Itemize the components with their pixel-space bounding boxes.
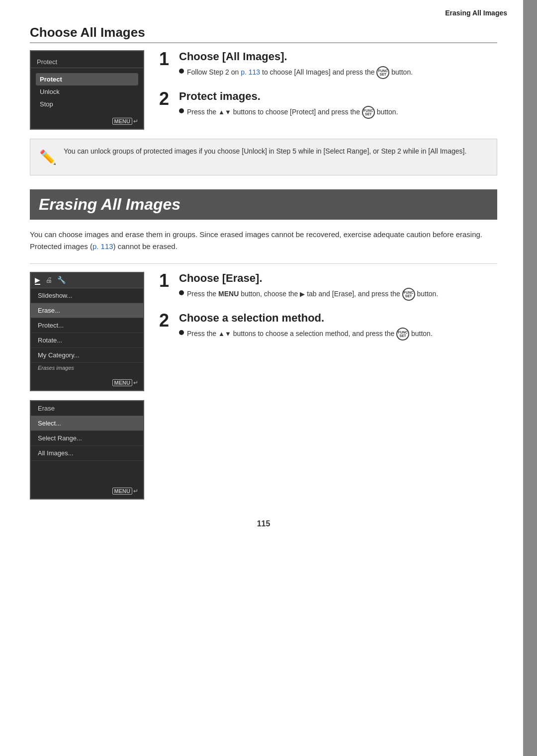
erase-step-2-heading: Choose a selection method. xyxy=(179,312,433,325)
menu-item-protect[interactable]: Protect... xyxy=(31,318,143,333)
step-1-text: Follow Step 2 on p. 113 to choose [All I… xyxy=(187,66,413,79)
erase-step-2-text: Press the ▲▼ buttons to choose a selecti… xyxy=(187,328,433,340)
page-header: Erasing All Images xyxy=(0,0,537,20)
note-box: ✏️ You can unlock groups of protected im… xyxy=(30,139,497,175)
right-accent xyxy=(523,0,537,756)
protect-screen-footer: MENU ↵ xyxy=(112,118,138,125)
erase-step-1: 1 Choose [Erase]. Press the MENU button,… xyxy=(159,272,497,301)
erasing-all-images-title: Erasing All Images xyxy=(39,195,488,214)
func-set-button-3: FUNCSET xyxy=(402,288,415,301)
step-2-text: Press the ▲▼ buttons to choose [Protect]… xyxy=(187,106,398,119)
tab-row: ▶ 🖨 🔧 xyxy=(31,273,143,288)
erase-submenu-camera-screen: Erase Select... Select Range... All Imag… xyxy=(30,400,144,500)
erase-step-2: 2 Choose a selection method. Press the ▲… xyxy=(159,312,497,340)
erase-step-2-bullet: Press the ▲▼ buttons to choose a selecti… xyxy=(179,328,433,340)
func-set-button-2: FUNCSET xyxy=(362,106,375,119)
protect-menu-item-protect[interactable]: Protect xyxy=(36,73,138,85)
step-2-heading: Protect images. xyxy=(179,90,398,103)
erase-step-1-text: Press the MENU button, choose the ▶ tab … xyxy=(187,288,438,301)
menu-bold-text: MENU xyxy=(218,290,239,298)
protect-camera-screen: Protect Protect Unlock Stop MENU ↵ xyxy=(30,50,144,130)
note-text: You can unlock groups of protected image… xyxy=(64,146,466,157)
choose-all-images-steps: 1 Choose [All Images]. Follow Step 2 on … xyxy=(159,50,497,130)
page-number: 115 xyxy=(30,519,497,538)
step-1-choose-all: 1 Choose [All Images]. Follow Step 2 on … xyxy=(159,50,497,79)
step-2-content: Protect images. Press the ▲▼ buttons to … xyxy=(179,90,398,119)
step-1-heading: Choose [All Images]. xyxy=(179,50,413,63)
menu-label-3: MENU xyxy=(112,488,132,495)
erase-step-1-number: 1 xyxy=(159,272,173,290)
erasing-intro-link[interactable]: p. 113 xyxy=(92,242,113,251)
erase-steps-col: 1 Choose [Erase]. Press the MENU button,… xyxy=(159,272,497,351)
menu-item-my-category[interactable]: My Category... xyxy=(31,348,143,363)
bullet-dot-icon-4 xyxy=(179,330,184,335)
menu-item-rotate[interactable]: Rotate... xyxy=(31,333,143,348)
play-icon: ▶ xyxy=(300,289,305,299)
erasing-all-images-section-header: Erasing All Images xyxy=(30,189,497,220)
menu-item-slideshow[interactable]: Slideshow... xyxy=(31,288,143,303)
erase-layout: ▶ 🖨 🔧 Slideshow... Erase... Protect... R… xyxy=(30,272,497,500)
print-tab-icon[interactable]: 🖨 xyxy=(45,276,52,285)
erase-step-1-heading: Choose [Erase]. xyxy=(179,272,438,285)
step-2-number: 2 xyxy=(159,90,173,108)
erase-step-2-content: Choose a selection method. Press the ▲▼ … xyxy=(179,312,433,340)
protect-menu-item-stop[interactable]: Stop xyxy=(31,98,143,110)
step-2-protect: 2 Protect images. Press the ▲▼ buttons t… xyxy=(159,90,497,119)
return-arrow-icon-2: ↵ xyxy=(133,379,138,386)
menu-label-2: MENU xyxy=(112,379,132,386)
arrows-up-down-icon: ▲▼ xyxy=(218,107,231,117)
bullet-dot-icon-2 xyxy=(179,108,184,113)
menu-label: MENU xyxy=(112,118,132,125)
erase-step-2-number: 2 xyxy=(159,312,173,330)
sub-menu-header: Erase xyxy=(31,401,143,416)
protect-menu-item-unlock[interactable]: Unlock xyxy=(31,85,143,98)
step-1-number: 1 xyxy=(159,50,173,68)
choose-all-images-layout: Protect Protect Unlock Stop MENU ↵ 1 Cho… xyxy=(30,50,497,130)
erase-step-1-bullet: Press the MENU button, choose the ▶ tab … xyxy=(179,288,438,301)
erasing-intro-text: You can choose images and erase them in … xyxy=(30,229,497,252)
sub-item-all-images[interactable]: All Images... xyxy=(31,446,143,461)
func-set-button-1: FUNCSET xyxy=(376,66,389,79)
arrows-up-down-icon-2: ▲▼ xyxy=(218,329,231,339)
header-title: Erasing All Images xyxy=(445,9,507,17)
erase-menu-camera-screen: ▶ 🖨 🔧 Slideshow... Erase... Protect... R… xyxy=(30,272,144,391)
menu-item-erase[interactable]: Erase... xyxy=(31,303,143,318)
screen-protect-header: Protect xyxy=(31,56,143,68)
sub-item-select-range[interactable]: Select Range... xyxy=(31,431,143,446)
step-2-bullet: Press the ▲▼ buttons to choose [Protect]… xyxy=(179,106,398,119)
step-1-bullet: Follow Step 2 on p. 113 to choose [All I… xyxy=(179,66,413,79)
erase-status-text: Erases images xyxy=(31,363,143,373)
bullet-dot-icon xyxy=(179,69,184,74)
return-arrow-icon: ↵ xyxy=(133,118,138,125)
erase-screens-column: ▶ 🖨 🔧 Slideshow... Erase... Protect... R… xyxy=(30,272,144,500)
bullet-dot-icon-3 xyxy=(179,290,184,295)
erase-screen-footer: MENU ↵ xyxy=(112,379,138,386)
func-set-button-4: FUNCSET xyxy=(396,328,409,340)
divider xyxy=(30,263,497,264)
settings-tab-icon[interactable]: 🔧 xyxy=(57,276,66,285)
sub-item-select[interactable]: Select... xyxy=(31,416,143,431)
step1-link[interactable]: p. 113 xyxy=(241,68,260,76)
sub-screen-footer: MENU ↵ xyxy=(112,488,138,495)
choose-all-images-title: Choose All Images xyxy=(30,25,497,43)
note-pencil-icon: ✏️ xyxy=(39,147,57,168)
step-1-content: Choose [All Images]. Follow Step 2 on p.… xyxy=(179,50,413,79)
erase-step-1-content: Choose [Erase]. Press the MENU button, c… xyxy=(179,272,438,301)
return-arrow-icon-3: ↵ xyxy=(133,488,138,495)
play-tab-icon[interactable]: ▶ xyxy=(35,276,40,285)
